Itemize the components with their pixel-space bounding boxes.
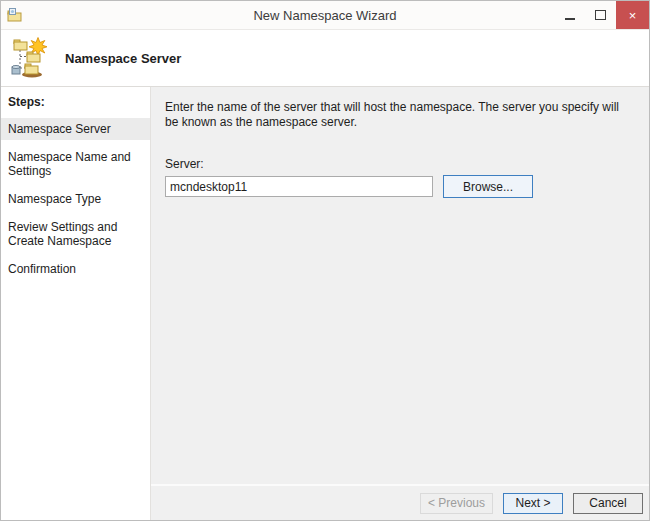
minimize-icon xyxy=(565,18,575,20)
content-panel: Enter the name of the server that will h… xyxy=(151,87,649,520)
sidebar-item-confirmation[interactable]: Confirmation xyxy=(1,258,150,280)
title-bar: New Namespace Wizard × xyxy=(1,1,649,30)
close-button[interactable]: × xyxy=(616,1,649,29)
wizard-body: Steps: Namespace Server Namespace Name a… xyxy=(1,87,649,520)
maximize-icon xyxy=(595,10,606,20)
browse-button[interactable]: Browse... xyxy=(443,175,533,198)
new-namespace-wizard-icon xyxy=(9,37,51,79)
sidebar-item-review-settings-and-create-namespace[interactable]: Review Settings and Create Namespace xyxy=(1,216,150,252)
instruction-text: Enter the name of the server that will h… xyxy=(165,100,620,130)
previous-button[interactable]: < Previous xyxy=(420,493,493,514)
wizard-header: Namespace Server xyxy=(1,30,649,87)
window-controls: × xyxy=(554,1,649,29)
page-title: Namespace Server xyxy=(65,51,181,66)
window-folder-icon xyxy=(7,7,23,23)
wizard-footer: < Previous Next > Cancel xyxy=(151,484,649,520)
new-namespace-wizard-window: New Namespace Wizard × xyxy=(0,0,650,521)
server-field-label: Server: xyxy=(165,157,633,171)
sidebar-item-namespace-type[interactable]: Namespace Type xyxy=(1,188,150,210)
content-main: Enter the name of the server that will h… xyxy=(151,87,649,484)
minimize-button[interactable] xyxy=(554,1,585,29)
cancel-button[interactable]: Cancel xyxy=(573,493,643,514)
sidebar-item-namespace-server[interactable]: Namespace Server xyxy=(1,118,150,140)
server-field-row: Browse... xyxy=(165,175,633,198)
steps-sidebar: Steps: Namespace Server Namespace Name a… xyxy=(1,87,151,520)
steps-heading: Steps: xyxy=(1,93,150,118)
next-button[interactable]: Next > xyxy=(503,493,563,514)
window-title: New Namespace Wizard xyxy=(1,8,649,23)
server-input[interactable] xyxy=(165,176,433,197)
sidebar-item-namespace-name-and-settings[interactable]: Namespace Name and Settings xyxy=(1,146,150,182)
maximize-button[interactable] xyxy=(585,1,616,29)
